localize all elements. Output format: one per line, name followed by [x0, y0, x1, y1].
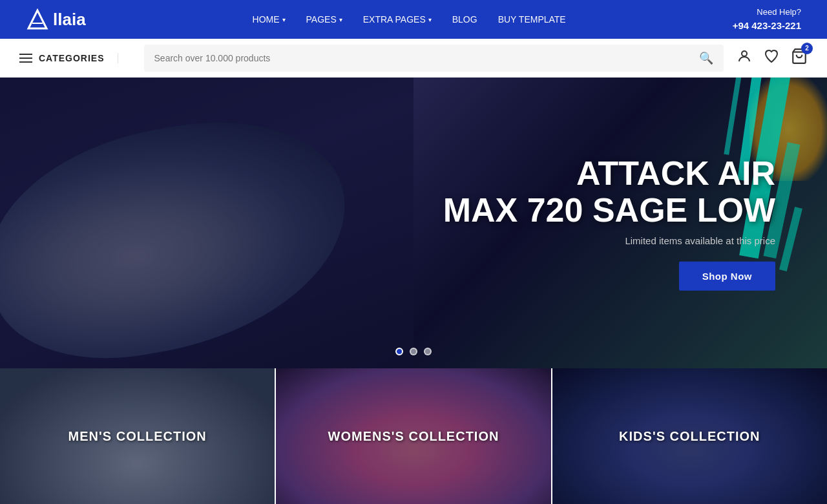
phone-number: +94 423-23-221: [733, 19, 801, 34]
nav-link-buy-template[interactable]: BUY TEMPLATE: [498, 14, 566, 25]
nav-item-blog[interactable]: BLOG: [452, 14, 477, 25]
search-bar: 🔍: [144, 45, 724, 72]
nav-link-blog[interactable]: BLOG: [452, 14, 477, 25]
nav-item-home[interactable]: HOME ▾: [253, 14, 286, 25]
chevron-down-icon: ▾: [428, 16, 432, 23]
nav-icons: 2: [737, 48, 808, 68]
hero-background: ATTACK AIR MAX 720 SAGE LOW Limited item…: [0, 78, 827, 368]
help-info: Need Help? +94 423-23-221: [733, 6, 801, 33]
chevron-down-icon: ▾: [339, 16, 342, 23]
cart-icon[interactable]: 2: [791, 48, 808, 68]
womens-label: WOMENS'S COLLECTION: [328, 429, 499, 444]
top-nav: llaia HOME ▾ PAGES ▾ EXTRA PAGES ▾ BLOG: [0, 0, 827, 39]
brand-name: llaia: [53, 10, 86, 30]
search-input[interactable]: [154, 53, 699, 63]
kids-label: KIDS'S COLLECTION: [619, 429, 760, 444]
collection-womens[interactable]: WOMENS'S COLLECTION: [276, 368, 552, 504]
slider-dots: [395, 348, 432, 355]
main-nav-links: HOME ▾ PAGES ▾ EXTRA PAGES ▾ BLOG BUY TE…: [253, 14, 566, 25]
kids-overlay: KIDS'S COLLECTION: [552, 368, 827, 504]
search-icon[interactable]: 🔍: [699, 51, 713, 65]
user-icon[interactable]: [737, 48, 752, 68]
slider-dot-1[interactable]: [395, 348, 403, 355]
nav-item-pages[interactable]: PAGES ▾: [306, 14, 342, 25]
slider-dot-2[interactable]: [410, 348, 417, 355]
nav-item-extra-pages[interactable]: EXTRA PAGES ▾: [363, 14, 432, 25]
logo[interactable]: llaia: [26, 8, 86, 31]
collection-mens[interactable]: MEN'S COLLECTION: [0, 368, 276, 504]
svg-marker-0: [28, 10, 47, 28]
hero-content: ATTACK AIR MAX 720 SAGE LOW Limited item…: [443, 155, 775, 291]
shop-now-button[interactable]: Shop Now: [679, 262, 775, 291]
hero-shoe-image: [0, 78, 414, 368]
mens-label: MEN'S COLLECTION: [68, 429, 207, 444]
hero-subtitle: Limited items available at this price: [443, 235, 775, 246]
nav-link-extra-pages[interactable]: EXTRA PAGES ▾: [363, 14, 432, 25]
nav-link-pages[interactable]: PAGES ▾: [306, 14, 342, 25]
secondary-nav: CATEGORIES 🔍 2: [0, 39, 827, 78]
help-label: Need Help?: [733, 6, 801, 19]
slider-dot-3[interactable]: [424, 348, 432, 355]
collections-section: MEN'S COLLECTION WOMENS'S COLLECTION KID…: [0, 368, 827, 504]
wishlist-icon[interactable]: [764, 48, 779, 68]
hero-title: ATTACK AIR MAX 720 SAGE LOW: [443, 155, 775, 229]
nav-item-buy-template[interactable]: BUY TEMPLATE: [498, 14, 566, 25]
hero-slider: ATTACK AIR MAX 720 SAGE LOW Limited item…: [0, 78, 827, 368]
logo-icon: [26, 8, 49, 31]
categories-label: CATEGORIES: [39, 53, 105, 63]
hamburger-icon: [19, 54, 32, 63]
womens-overlay: WOMENS'S COLLECTION: [276, 368, 550, 504]
svg-point-2: [742, 51, 747, 56]
cart-badge: 2: [801, 43, 813, 54]
categories-button[interactable]: CATEGORIES: [19, 53, 118, 63]
chevron-down-icon: ▾: [282, 16, 286, 23]
collection-kids[interactable]: KIDS'S COLLECTION: [552, 368, 827, 504]
mens-overlay: MEN'S COLLECTION: [0, 368, 275, 504]
nav-link-home[interactable]: HOME ▾: [253, 14, 286, 25]
